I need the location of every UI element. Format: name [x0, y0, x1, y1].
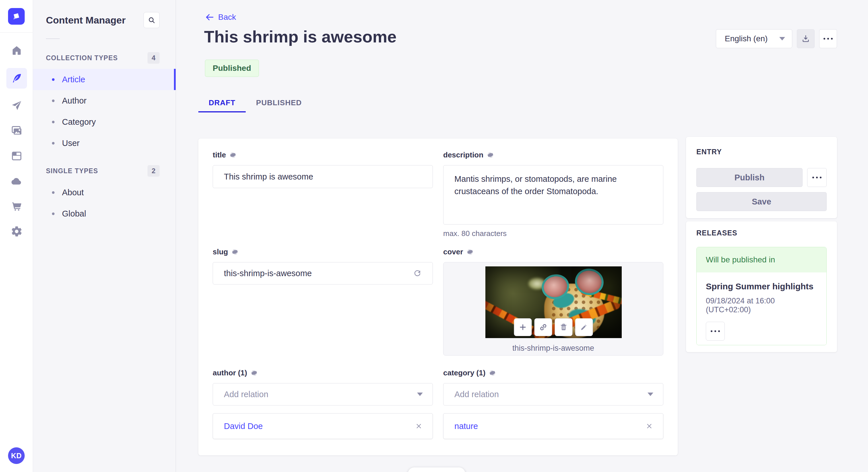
collection-types-count-badge: 4: [148, 52, 160, 64]
save-button[interactable]: Save: [696, 192, 827, 211]
publish-button[interactable]: Publish: [696, 168, 803, 187]
bullet-icon: [52, 142, 55, 144]
entry-panel-title: ENTRY: [696, 148, 827, 156]
home-icon[interactable]: [6, 40, 27, 61]
add-asset-button[interactable]: [514, 318, 532, 336]
chevron-down-icon: [417, 393, 423, 396]
strapi-logo-icon: [11, 11, 22, 22]
releases-panel: RELEASES Will be published in Spring Sum…: [686, 222, 837, 352]
settings-gear-icon[interactable]: [6, 221, 27, 242]
releases-panel-title: RELEASES: [696, 229, 827, 237]
bullet-icon: [52, 121, 55, 123]
releases-send-icon[interactable]: [6, 95, 27, 116]
floating-widget[interactable]: [408, 467, 465, 472]
remove-relation-button[interactable]: [645, 422, 653, 430]
field-description: description Mantis shrimps, or stomatopo…: [443, 150, 663, 238]
close-icon: [415, 422, 423, 430]
plus-icon: [518, 323, 527, 332]
subnav-divider: [46, 38, 60, 39]
sidebar-item-author[interactable]: Author: [33, 90, 176, 111]
category-relation-item: nature: [443, 413, 663, 439]
single-types-list: About Global: [33, 182, 176, 224]
sidebar-item-global[interactable]: Global: [33, 203, 176, 224]
cover-asset-box: this-shrimp-is-awesome: [443, 262, 663, 356]
app-root: KD Content Manager COLLECTION TYPES 4 Ar…: [0, 0, 868, 472]
main-content: Back English (en) This shrimp is awesome…: [176, 0, 868, 472]
relation-link[interactable]: nature: [454, 422, 478, 431]
tab-draft[interactable]: DRAFT: [198, 94, 246, 112]
field-author: author (1) Add relation David Doe: [213, 369, 433, 439]
delete-asset-button[interactable]: [555, 318, 572, 336]
cover-caption: this-shrimp-is-awesome: [443, 344, 663, 353]
entry-form-card: title This shrimp is awesome description…: [198, 138, 678, 456]
locale-globe-icon: [466, 248, 474, 256]
category-relation-select[interactable]: Add relation: [443, 383, 663, 405]
search-button[interactable]: [144, 12, 160, 28]
pencil-icon: [579, 323, 588, 332]
tab-published[interactable]: PUBLISHED: [246, 94, 312, 112]
section-label-collection-types: COLLECTION TYPES: [46, 54, 118, 62]
draft-published-tabs: DRAFT PUBLISHED: [198, 94, 312, 112]
search-icon: [147, 16, 156, 24]
trash-icon: [559, 323, 568, 332]
ellipsis-icon: [824, 38, 833, 40]
nav-rail: KD: [0, 0, 33, 472]
download-icon: [801, 34, 810, 43]
regenerate-slug-icon[interactable]: [413, 269, 422, 278]
release-status: Will be published in: [696, 247, 826, 272]
edit-asset-button[interactable]: [575, 318, 593, 336]
single-types-count-badge: 2: [148, 165, 160, 177]
more-options-button[interactable]: [706, 322, 725, 341]
back-arrow-icon: [205, 12, 214, 22]
content-manager-subnav: Content Manager COLLECTION TYPES 4 Artic…: [33, 0, 176, 472]
locale-globe-icon: [251, 369, 258, 376]
description-textarea[interactable]: Mantis shrimps, or stomatopods, are mari…: [443, 165, 663, 225]
sidebar-item-user[interactable]: User: [33, 133, 176, 154]
chevron-down-icon: [648, 393, 653, 396]
author-relation-select[interactable]: Add relation: [213, 383, 433, 405]
layout-icon[interactable]: [6, 146, 27, 166]
relation-link[interactable]: David Doe: [224, 422, 262, 431]
section-label-single-types: SINGLE TYPES: [46, 167, 98, 175]
more-options-button[interactable]: [819, 29, 837, 48]
ellipsis-icon: [711, 330, 720, 332]
field-cover: cover: [443, 247, 663, 356]
bullet-icon: [52, 100, 55, 102]
bullet-icon: [52, 191, 55, 194]
page-title: This shrimp is awesome: [204, 27, 396, 46]
author-relation-item: David Doe: [213, 413, 433, 439]
remove-relation-button[interactable]: [415, 422, 423, 430]
release-name[interactable]: Spring Summer highlights: [706, 281, 817, 291]
back-link[interactable]: Back: [205, 12, 236, 22]
sidebar-item-about[interactable]: About: [33, 182, 176, 203]
locale-globe-icon: [231, 248, 239, 256]
field-slug: slug this-shrimp-is-awesome: [213, 247, 433, 284]
bullet-icon: [52, 212, 55, 215]
subnav-title: Content Manager: [46, 14, 126, 26]
more-options-button[interactable]: [807, 168, 827, 187]
field-category: category (1) Add relation nature: [443, 369, 663, 439]
content-manager-icon[interactable]: [6, 68, 27, 89]
media-library-icon[interactable]: [6, 121, 27, 141]
cover-actions: [514, 318, 593, 336]
avatar[interactable]: KD: [8, 447, 25, 464]
copy-link-button[interactable]: [534, 318, 552, 336]
field-title: title This shrimp is awesome: [213, 150, 433, 188]
status-badge: Published: [205, 60, 259, 77]
cloud-icon[interactable]: [6, 171, 27, 192]
title-input[interactable]: This shrimp is awesome: [213, 165, 433, 188]
rail-divider: [0, 32, 33, 33]
locale-globe-icon: [489, 369, 496, 376]
ellipsis-icon: [812, 177, 822, 178]
download-button[interactable]: [797, 29, 815, 48]
sidebar-item-article[interactable]: Article: [33, 69, 176, 90]
strapi-logo[interactable]: [8, 8, 25, 25]
collection-types-list: Article Author Category User: [33, 69, 176, 154]
sidebar-item-category[interactable]: Category: [33, 111, 176, 133]
locale-select[interactable]: English (en): [716, 29, 792, 48]
entry-panel: ENTRY Publish Save: [686, 137, 837, 218]
locale-globe-icon: [229, 151, 237, 159]
marketplace-cart-icon[interactable]: [6, 196, 27, 216]
chevron-down-icon: [779, 37, 785, 40]
slug-input[interactable]: this-shrimp-is-awesome: [213, 262, 433, 284]
